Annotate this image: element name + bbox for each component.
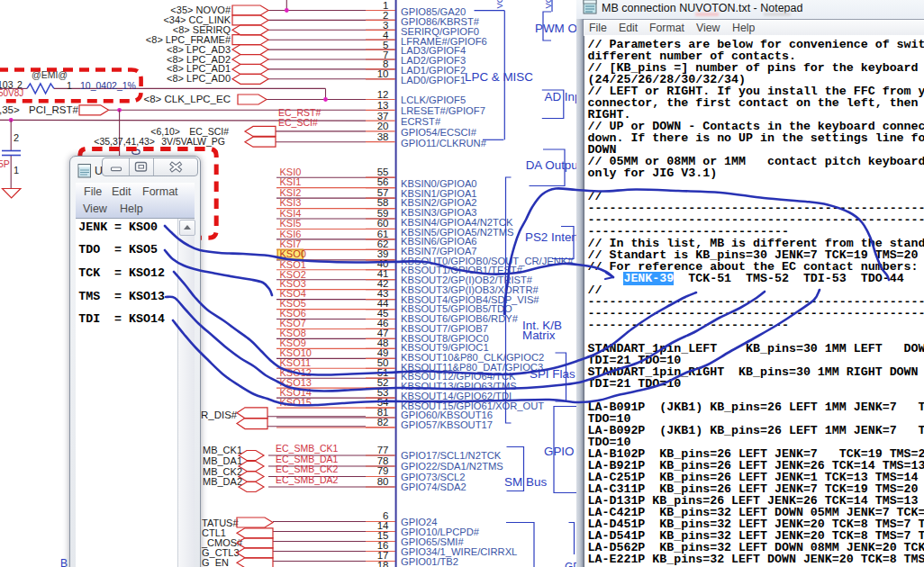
svg-text:50V8J: 50V8J [0,88,23,98]
svg-text:EC_SMB_DA1: EC_SMB_DA1 [276,454,339,464]
svg-text:38: 38 [377,131,389,142]
svg-text:GPIO01/TB2: GPIO01/TB2 [401,556,458,567]
svg-text:G_EN: G_EN [202,557,229,567]
svg-text:56: 56 [377,176,389,187]
svg-text:79: 79 [377,465,389,476]
svg-text:KSI5: KSI5 [280,218,302,229]
svg-text:77: 77 [377,445,389,455]
svg-text:<8> LPC_AD0: <8> LPC_AD0 [167,73,231,84]
svg-text:GPIO73/SCL2: GPIO73/SCL2 [401,472,466,482]
svg-text:12: 12 [377,89,389,100]
svg-text:1: 1 [67,80,72,91]
svg-text:EC_SCI#: EC_SCI# [278,117,318,128]
svg-text:10_0402_1%: 10_0402_1% [80,80,136,91]
svg-text:78: 78 [377,455,389,466]
svg-text:18: 18 [377,560,389,567]
svg-text:LCLK/GPIOF5: LCLK/GPIOF5 [401,94,466,105]
svg-text:EC_SMB_CK1: EC_SMB_CK1 [276,443,339,454]
svg-text:GPIO11/CLKRUN#: GPIO11/CLKRUN# [401,138,487,148]
svg-text:EC_SMB_CK2: EC_SMB_CK2 [276,464,339,474]
svg-text:3V/5VALW_PG: 3V/5VALW_PG [161,136,225,147]
svg-text:SPI Flas: SPI Flas [530,367,575,381]
svg-text:MB_CK2: MB_CK2 [203,466,242,477]
svg-text:GPIO74/SDA2: GPIO74/SDA2 [401,482,467,492]
svg-text:Matrix: Matrix [522,328,556,342]
svg-text:GPIO57/KBSOUT17: GPIO57/KBSOUT17 [401,419,493,430]
svg-text:EC_SMB_DA2: EC_SMB_DA2 [276,474,339,485]
svg-text:Bus: Bus [526,475,547,489]
svg-text:61: 61 [377,229,389,239]
svg-text:KSI3: KSI3 [280,197,302,208]
svg-text:PCI_RST#: PCI_RST# [29,104,79,115]
svg-text:,35>: ,35> [0,104,20,115]
svg-text:MB_CK1: MB_CK1 [203,445,242,455]
svg-text:37: 37 [377,111,389,122]
svg-text:GPIO17/SCL1/N2TCK: GPIO17/SCL1/N2TCK [401,450,502,461]
svg-text:82: 82 [377,417,389,428]
svg-text:GPIO54/ECSCI#: GPIO54/ECSCI# [401,127,477,138]
svg-text:<8> CLK_LPC_EC: <8> CLK_LPC_EC [143,94,231,104]
svg-text:VCC3: VCC3 [494,0,504,9]
svg-text:EC_RST#: EC_RST# [278,107,321,118]
svg-text:59: 59 [377,208,389,219]
svg-text:62: 62 [377,238,389,249]
svg-text:80: 80 [377,476,389,487]
svg-text:20: 20 [377,121,389,131]
svg-text:KSI0: KSI0 [280,166,302,177]
svg-text:58: 58 [377,197,389,208]
svg-text:13: 13 [377,100,389,111]
svg-text:LAD0/GPIOF1: LAD0/GPIOF1 [401,75,466,86]
svg-text:KSI2: KSI2 [280,187,302,198]
svg-text:GPIO: GPIO [544,445,574,458]
svg-text:57: 57 [377,187,389,198]
svg-text:KSI4: KSI4 [280,208,302,219]
svg-text:B: B [60,557,68,567]
svg-text:KSI6: KSI6 [280,229,302,239]
svg-text:10: 10 [377,68,389,79]
svg-text:MB_DA2: MB_DA2 [203,476,242,487]
svg-text:KSI1: KSI1 [280,176,302,187]
svg-text:LPC & MISC: LPC & MISC [465,70,533,84]
svg-text:VCC3: VCC3 [543,0,553,9]
svg-text:55: 55 [377,166,389,177]
svg-text:DA Output: DA Output [526,158,582,172]
svg-text:KSO15: KSO15 [280,397,312,408]
svg-text:MB_DA1: MB_DA1 [203,455,242,466]
svg-text:<35,37,41,43>: <35,37,41,43> [94,136,155,147]
svg-text:ECRST#: ECRST# [401,116,441,127]
svg-text:KSO0: KSO0 [280,248,306,259]
svg-text:R_DIS#: R_DIS# [201,410,238,420]
svg-text:2: 2 [14,132,19,143]
svg-text:LRESET#/GPIOF7: LRESET#/GPIOF7 [401,105,485,116]
svg-text:60: 60 [377,218,389,229]
svg-text:5P: 5P [0,158,10,169]
svg-text:1: 1 [14,165,19,176]
svg-text:SM: SM [504,475,522,489]
svg-text:GPIO22/SDA1/N2TMS: GPIO22/SDA1/N2TMS [401,461,503,472]
